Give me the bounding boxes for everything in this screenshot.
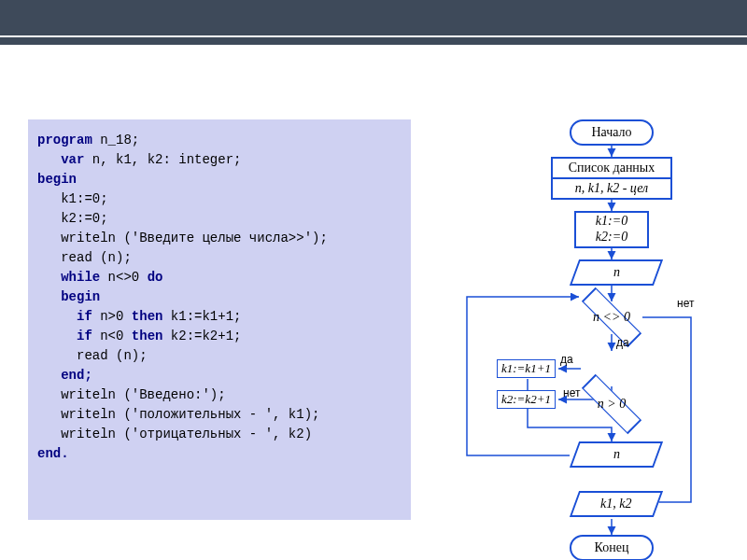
input-n: n (570, 259, 663, 286)
vars-box: n, k1, k2 - цел (551, 177, 672, 200)
end-node: Конец (570, 535, 654, 560)
cond1-yes: да (616, 336, 629, 349)
code-text: k1:=0; (37, 191, 108, 206)
output-label: k1, k2 (600, 497, 631, 511)
assign2-box: k2:=k2+1 (497, 390, 556, 409)
start-node: Начало (570, 119, 654, 146)
cond1-no: нет (677, 297, 694, 310)
kw-begin: begin (37, 172, 77, 187)
code-text: n<>0 (100, 270, 147, 285)
kw-if: if (37, 309, 92, 324)
kw-then: then (132, 309, 163, 324)
kw-end2: end. (37, 446, 69, 461)
kw-then2: then (132, 329, 163, 343)
kw-while: while (37, 270, 100, 285)
cond2-label: n > 0 (598, 397, 626, 412)
code-text: read (n); (37, 250, 132, 265)
init1-label: k1:=0 (596, 214, 627, 230)
assign1-label: k1:=k1+1 (501, 361, 551, 376)
code-text: writeln ('отрицательных - ', k2) (37, 427, 312, 441)
code-text: k1:=k1+1; (162, 309, 241, 324)
code-text: writeln ('Введено:'); (37, 387, 226, 402)
input-n-label: n (613, 265, 620, 280)
vars-label: n, k1, k2 - цел (575, 181, 648, 196)
kw-if2: if (37, 329, 92, 343)
init2-label: k2:=0 (596, 230, 627, 245)
start-label: Начало (591, 125, 631, 140)
flowchart: Начало Список данных n, k1, k2 - цел k1:… (430, 110, 738, 560)
code-block: program n_18; var n, k1, k2: integer; be… (28, 119, 411, 520)
code-text: k2:=0; (37, 211, 108, 226)
code-text: writeln ('положительных - ', k1); (37, 407, 319, 422)
title-bar (0, 0, 747, 37)
cond2-yes: да (560, 353, 573, 366)
end-label: Конец (595, 540, 629, 555)
init-box: k1:=0 k2:=0 (574, 211, 649, 248)
assign2-label: k2:=k2+1 (501, 392, 551, 407)
code-text: n, k1, k2: integer; (84, 152, 241, 167)
data-list-title: Список данных (551, 157, 672, 179)
kw-var: var (37, 152, 84, 167)
kw-do: do (148, 270, 163, 285)
cond1-diamond: n <> 0 (579, 300, 644, 335)
code-text: n<0 (92, 329, 132, 343)
code-text: k2:=k2+1; (162, 329, 241, 343)
kw-end: end; (37, 368, 92, 383)
kw-program: program (37, 133, 92, 147)
input-n2-label: n (613, 447, 620, 462)
code-text: n>0 (92, 309, 132, 324)
kw-begin2: begin (37, 289, 100, 304)
data-list-label: Список данных (569, 161, 655, 175)
cond2-diamond: n > 0 (579, 386, 644, 422)
code-text: read (n); (37, 348, 148, 363)
code-text: writeln ('Введите целые числа>>'); (37, 231, 328, 245)
cond1-label: n <> 0 (593, 310, 630, 325)
code-text: n_18; (92, 133, 139, 147)
sub-bar (0, 37, 747, 45)
assign1-box: k1:=k1+1 (497, 359, 556, 378)
input-n2: n (570, 441, 663, 468)
output-box: k1, k2 (570, 491, 663, 517)
cond2-no: нет (563, 386, 580, 399)
